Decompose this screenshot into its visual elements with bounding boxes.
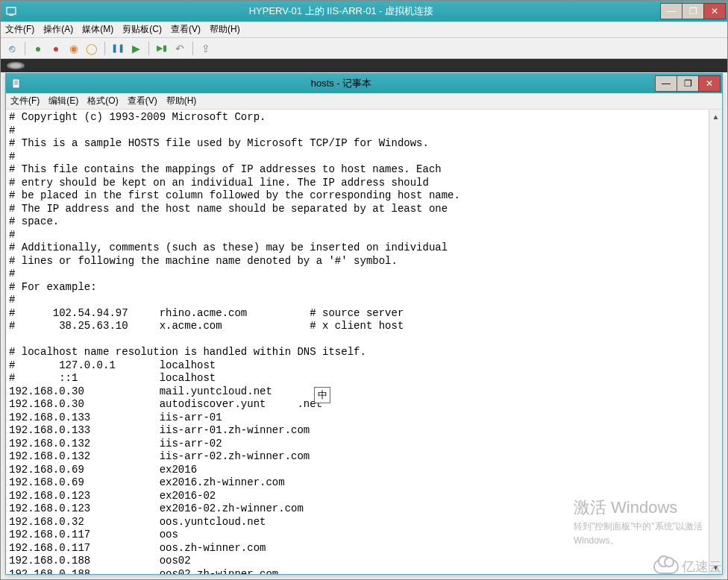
maximize-button[interactable]: ❐ [682, 3, 704, 19]
notepad-menu-file[interactable]: 文件(F) [10, 95, 40, 107]
disk-activity-icon [7, 62, 25, 69]
brand-watermark: 亿速云 [653, 558, 722, 576]
notepad-icon [9, 76, 24, 91]
pause-icon[interactable]: ❚❚ [111, 42, 125, 55]
ime-indicator[interactable]: 中 [314, 387, 330, 403]
outer-titlebar[interactable]: HYPERV-01 上的 IIS-ARR-01 - 虚拟机连接 — ❐ ✕ [1, 1, 727, 22]
brand-text: 亿速云 [682, 558, 722, 576]
cloud-icon [653, 559, 679, 574]
outer-window-title: HYPERV-01 上的 IIS-ARR-01 - 虚拟机连接 [22, 4, 661, 18]
outer-window-controls: — ❐ ✕ [661, 3, 726, 19]
editor-area: # Copyright (c) 1993-2009 Microsoft Corp… [6, 110, 722, 574]
notepad-window-controls: — ❐ ✕ [656, 75, 721, 92]
scroll-up-icon[interactable]: ▲ [709, 110, 722, 123]
separator [104, 42, 105, 55]
save-icon[interactable]: ◯ [85, 42, 98, 55]
notepad-window: hosts - 记事本 — ❐ ✕ 文件(F) 编辑(E) 格式(O) 查看(V… [5, 73, 723, 575]
vertical-scrollbar[interactable]: ▲ ▼ [709, 110, 722, 574]
shutdown-icon[interactable]: ◉ [67, 42, 81, 55]
outer-toolbar: ⎋ ● ● ◉ ◯ ❚❚ ▶ ▶▮ ↶ ⇪ [1, 38, 727, 59]
notepad-title: hosts - 记事本 [27, 77, 656, 90]
menu-help[interactable]: 帮助(H) [210, 23, 240, 36]
outer-menubar: 文件(F) 操作(A) 媒体(M) 剪贴板(C) 查看(V) 帮助(H) [1, 22, 727, 38]
notepad-menu-edit[interactable]: 编辑(E) [48, 95, 78, 107]
turnoff-icon[interactable]: ● [49, 42, 63, 55]
notepad-minimize-button[interactable]: — [655, 75, 677, 92]
svg-rect-1 [9, 15, 13, 16]
separator [148, 42, 149, 55]
notepad-close-button[interactable]: ✕ [698, 75, 721, 92]
minimize-button[interactable]: — [660, 3, 682, 19]
checkpoint-icon[interactable]: ▶▮ [155, 42, 169, 55]
separator [25, 42, 25, 55]
notepad-maximize-button[interactable]: ❐ [677, 75, 699, 92]
ctrlaltdel-icon[interactable]: ⎋ [5, 42, 19, 55]
app-icon [4, 4, 19, 19]
hyperv-connection-window: HYPERV-01 上的 IIS-ARR-01 - 虚拟机连接 — ❐ ✕ 文件… [0, 0, 728, 580]
menu-view[interactable]: 查看(V) [171, 23, 201, 36]
close-button[interactable]: ✕ [703, 3, 726, 19]
menu-action[interactable]: 操作(A) [43, 23, 73, 36]
revert-icon[interactable]: ↶ [173, 42, 186, 55]
start-icon[interactable]: ● [31, 42, 45, 55]
notepad-menubar: 文件(F) 编辑(E) 格式(O) 查看(V) 帮助(H) [6, 93, 722, 110]
separator [192, 42, 193, 55]
menu-clipboard[interactable]: 剪贴板(C) [122, 23, 162, 36]
menu-file[interactable]: 文件(F) [5, 23, 34, 36]
svg-rect-0 [7, 7, 16, 14]
notepad-titlebar[interactable]: hosts - 记事本 — ❐ ✕ [6, 74, 722, 93]
share-icon[interactable]: ⇪ [199, 42, 213, 55]
notepad-menu-format[interactable]: 格式(O) [87, 95, 118, 107]
text-editor[interactable]: # Copyright (c) 1993-2009 Microsoft Corp… [6, 110, 709, 574]
reset-icon[interactable]: ▶ [129, 42, 142, 55]
svg-rect-2 [13, 79, 19, 88]
notepad-menu-view[interactable]: 查看(V) [128, 95, 157, 107]
menu-media[interactable]: 媒体(M) [82, 23, 113, 36]
notepad-menu-help[interactable]: 帮助(H) [166, 95, 197, 107]
connection-bar [1, 59, 727, 72]
